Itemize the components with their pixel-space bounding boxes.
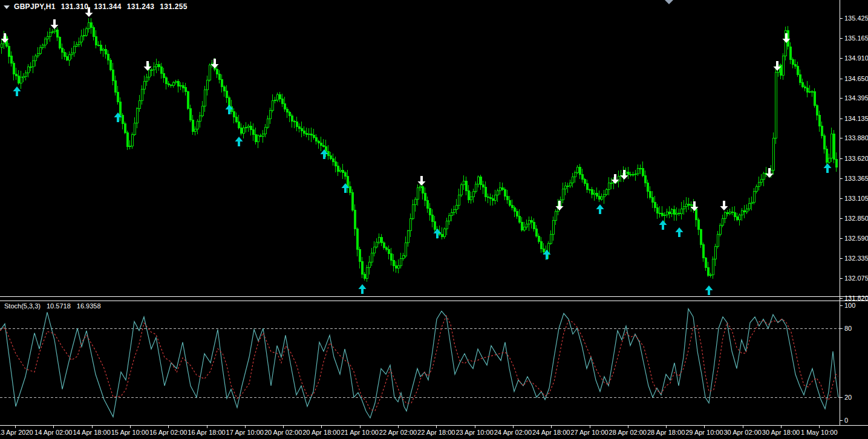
signals-layer [1,7,832,295]
time-tick-label: 24 Apr 18:00 [532,429,570,436]
time-tick-mark [781,426,782,428]
stochastic-layer [0,309,840,418]
price-tick-label: 135.425 [844,15,868,22]
price-tick-label: 133.105 [844,195,868,202]
down-arrow-signal [720,201,728,210]
time-tick-label: 21 Apr 10:00 [341,429,378,436]
price-tick-label: 134.910 [844,54,868,62]
symbol-dropdown-icon[interactable] [4,5,10,9]
time-tick-mark [436,426,437,428]
time-tick-label: 30 Apr 18:00 [762,429,800,436]
time-tick-mark [704,426,705,428]
down-arrow-signal [691,201,699,211]
price-tick-mark [840,198,843,199]
time-tick-mark [819,426,820,428]
chart-plot-area[interactable] [0,0,868,439]
time-tick-mark [283,426,284,428]
time-tick-label: 17 Apr 10:00 [226,429,264,436]
time-tick-mark [590,426,590,428]
stoch-tick-mark [840,397,843,398]
price-tick-mark [840,158,843,159]
time-tick-mark [666,426,667,428]
chart-canvas [0,0,868,439]
up-arrow-signal [659,220,667,230]
ohlc-open: 131.310 [61,2,88,11]
time-tick-label: 23 Apr 10:00 [455,429,493,436]
price-tick-mark [840,58,843,59]
indicator-signal-value: 16.9358 [77,302,101,310]
time-tick-mark [130,426,131,428]
up-arrow-signal [676,227,684,237]
price-tick-label: 133.365 [844,175,868,182]
time-tick-label: 14 Apr 18:00 [73,429,110,436]
stoch-main-line [0,309,838,418]
up-arrow-signal [235,137,243,146]
price-tick-mark [840,278,843,279]
stoch-tick-mark [840,305,843,306]
price-tick-label: 132.590 [844,235,868,242]
time-tick-label: 15 Apr 10:00 [111,429,149,436]
time-tick-mark [513,426,514,428]
panel-separator-line[interactable] [0,296,868,297]
down-arrow-signal [556,201,564,210]
up-arrow-signal [13,86,21,96]
down-arrow-signal [783,33,791,43]
time-tick-label: 28 Apr 18:00 [647,429,685,436]
indicator-main-value: 10.5718 [47,302,71,310]
up-arrow-signal [824,163,832,173]
time-tick-mark [551,426,552,428]
price-axis-line[interactable] [840,0,840,425]
price-tick-mark [840,38,843,39]
time-tick-mark [398,426,399,428]
stoch-tick-label: 0 [844,417,848,424]
price-tick-label: 135.165 [844,34,868,42]
time-tick-label: 16 Apr 02:00 [149,429,187,436]
time-tick-label: 16 Apr 18:00 [188,429,225,436]
stoch-signal-line [0,316,838,411]
ohlc-close: 131.255 [160,2,187,11]
stoch-tick-mark [840,420,843,421]
stoch-tick-label: 100 [844,302,855,309]
time-tick-label: 13 Apr 2020 [0,429,33,436]
price-tick-mark [840,98,843,99]
price-tick-label: 133.620 [844,155,868,162]
stoch-tick-label: 80 [844,325,852,332]
indicator-label: Stoch(5,3,3) 10.5718 16.9358 [4,302,105,310]
up-arrow-signal [359,284,367,294]
time-tick-label: 20 Apr 18:00 [302,429,340,436]
time-tick-mark [475,426,475,428]
candlesticks-layer [1,18,837,282]
time-tick-label: 22 Apr 18:00 [417,429,455,436]
time-tick-mark [15,426,16,428]
time-tick-mark [92,426,93,428]
up-arrow-signal [321,149,328,159]
time-tick-label: 20 Apr 02:00 [264,429,302,436]
time-tick-label: 27 Apr 10:00 [570,429,608,436]
time-tick-label: 14 Apr 02:00 [34,429,72,436]
stoch-tick-mark [840,328,843,329]
time-tick-label: 29 Apr 10:00 [685,429,723,436]
symbol-period-label: GBPJPY,H1 [14,2,56,11]
price-tick-label: 134.135 [844,115,868,122]
price-tick-label: 132.075 [844,275,868,282]
price-tick-label: 131.820 [844,294,868,302]
time-tick-label: 28 Apr 02:00 [609,429,647,436]
time-tick-mark [321,426,322,428]
up-arrow-signal [226,105,233,114]
price-tick-mark [840,79,843,79]
price-tick-mark [840,178,843,179]
time-tick-mark [360,426,361,428]
price-tick-mark [840,218,843,219]
time-tick-mark [628,426,628,428]
price-tick-label: 134.395 [844,94,868,102]
price-tick-mark [840,258,843,259]
price-tick-mark [840,298,843,299]
chart-shift-marker-icon[interactable] [665,0,673,4]
indicator-name: Stoch(5,3,3) [4,302,41,310]
price-tick-mark [840,238,843,239]
chart-header: GBPJPY,H1 131.310 131.344 131.243 131.25… [4,2,193,11]
time-tick-mark [53,426,54,428]
price-tick-label: 132.850 [844,215,868,222]
price-tick-mark [840,138,843,138]
panel-separator-line[interactable] [0,301,868,301]
